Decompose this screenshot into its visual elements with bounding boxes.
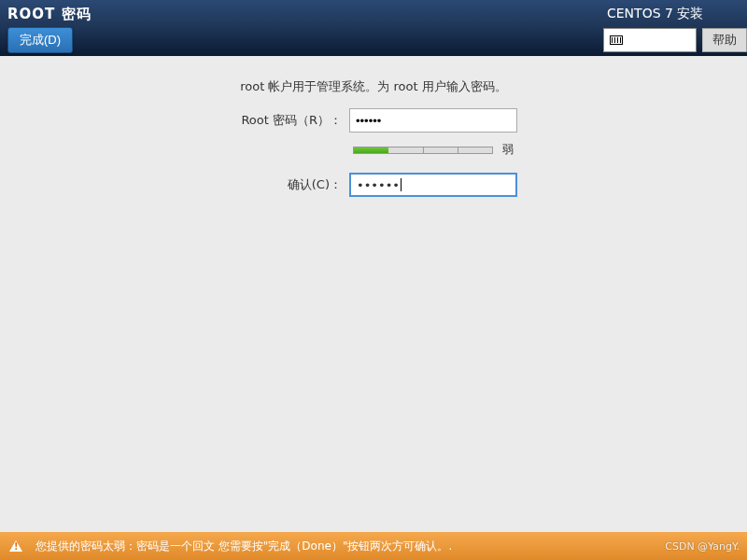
password-label: Root 密码（R）： <box>230 112 342 129</box>
description-text: root 帐户用于管理系统。为 root 用户输入密码。 <box>240 78 507 95</box>
warning-message: 您提供的密码太弱：密码是一个回文 您需要按"完成（Done）"按钮两次方可确认。… <box>35 539 452 554</box>
warning-icon <box>9 540 22 552</box>
help-button[interactable]: 帮助 <box>702 28 747 52</box>
install-title: CENTOS 7 安装 <box>603 6 747 22</box>
keyboard-layout-selector[interactable]: cn <box>603 28 697 52</box>
content-area: root 帐户用于管理系统。为 root 用户输入密码。 Root 密码（R）：… <box>0 56 747 206</box>
warning-bar: 您提供的密码太弱：密码是一个回文 您需要按"完成（Done）"按钮两次方可确认。… <box>0 532 747 560</box>
watermark: CSDN @YangY. <box>665 540 740 553</box>
confirm-value-text: •••••• <box>357 178 400 192</box>
password-strength-bar <box>353 147 493 154</box>
confirm-label: 确认(C)： <box>230 176 342 193</box>
root-password-input[interactable] <box>349 108 517 133</box>
password-strength-text: 弱 <box>502 142 514 158</box>
lang-code: cn <box>628 34 642 48</box>
keyboard-icon <box>610 35 623 45</box>
confirm-password-input[interactable]: •••••• <box>349 173 517 197</box>
page-title: ROOT 密码 <box>7 6 92 23</box>
text-cursor <box>401 178 402 191</box>
done-button[interactable]: 完成(D) <box>7 27 73 53</box>
